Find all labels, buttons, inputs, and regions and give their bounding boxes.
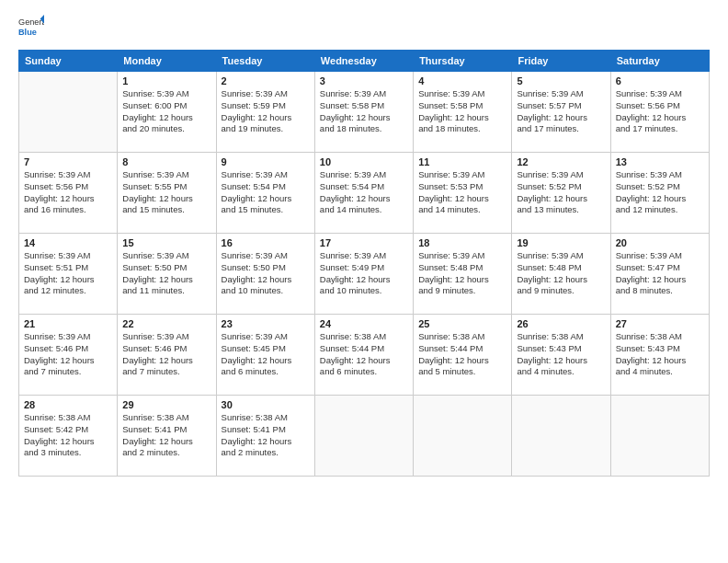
day-cell-28: 28Sunrise: 5:38 AMSunset: 5:42 PMDayligh… bbox=[19, 396, 118, 477]
day-info: Sunrise: 5:39 AMSunset: 5:58 PMDaylight:… bbox=[418, 88, 506, 135]
day-cell-23: 23Sunrise: 5:39 AMSunset: 5:45 PMDayligh… bbox=[216, 315, 314, 396]
day-cell-2: 2Sunrise: 5:39 AMSunset: 5:59 PMDaylight… bbox=[216, 72, 314, 153]
day-cell-12: 12Sunrise: 5:39 AMSunset: 5:52 PMDayligh… bbox=[512, 153, 610, 234]
day-info: Sunrise: 5:38 AMSunset: 5:43 PMDaylight:… bbox=[517, 331, 605, 378]
day-number: 5 bbox=[517, 75, 605, 86]
day-info: Sunrise: 5:39 AMSunset: 5:47 PMDaylight:… bbox=[616, 250, 704, 297]
day-cell-20: 20Sunrise: 5:39 AMSunset: 5:47 PMDayligh… bbox=[610, 234, 709, 315]
day-cell-30: 30Sunrise: 5:38 AMSunset: 5:41 PMDayligh… bbox=[216, 396, 314, 477]
day-number: 16 bbox=[222, 237, 310, 248]
day-cell-27: 27Sunrise: 5:38 AMSunset: 5:43 PMDayligh… bbox=[610, 315, 709, 396]
day-number: 7 bbox=[24, 156, 112, 167]
day-cell-17: 17Sunrise: 5:39 AMSunset: 5:49 PMDayligh… bbox=[314, 234, 413, 315]
empty-cell bbox=[19, 72, 118, 153]
day-cell-4: 4Sunrise: 5:39 AMSunset: 5:58 PMDaylight… bbox=[414, 72, 512, 153]
day-info: Sunrise: 5:39 AMSunset: 5:46 PMDaylight:… bbox=[24, 331, 112, 378]
day-cell-11: 11Sunrise: 5:39 AMSunset: 5:53 PMDayligh… bbox=[414, 153, 512, 234]
day-number: 6 bbox=[616, 75, 704, 86]
day-cell-8: 8Sunrise: 5:39 AMSunset: 5:55 PMDaylight… bbox=[118, 153, 216, 234]
day-info: Sunrise: 5:39 AMSunset: 5:46 PMDaylight:… bbox=[122, 331, 210, 378]
header-monday: Monday bbox=[118, 51, 216, 72]
day-info: Sunrise: 5:39 AMSunset: 5:56 PMDaylight:… bbox=[616, 88, 704, 135]
day-info: Sunrise: 5:38 AMSunset: 5:41 PMDaylight:… bbox=[222, 412, 310, 459]
empty-cell bbox=[512, 396, 610, 477]
day-number: 13 bbox=[616, 156, 704, 167]
day-info: Sunrise: 5:39 AMSunset: 5:48 PMDaylight:… bbox=[517, 250, 605, 297]
day-info: Sunrise: 5:39 AMSunset: 5:52 PMDaylight:… bbox=[616, 169, 704, 216]
day-number: 28 bbox=[24, 399, 112, 410]
day-info: Sunrise: 5:39 AMSunset: 5:55 PMDaylight:… bbox=[122, 169, 210, 216]
day-cell-19: 19Sunrise: 5:39 AMSunset: 5:48 PMDayligh… bbox=[512, 234, 610, 315]
day-info: Sunrise: 5:39 AMSunset: 5:54 PMDaylight:… bbox=[320, 169, 408, 216]
day-info: Sunrise: 5:39 AMSunset: 5:54 PMDaylight:… bbox=[222, 169, 310, 216]
day-number: 9 bbox=[222, 156, 310, 167]
day-info: Sunrise: 5:39 AMSunset: 6:00 PMDaylight:… bbox=[122, 88, 210, 135]
day-info: Sunrise: 5:39 AMSunset: 5:51 PMDaylight:… bbox=[24, 250, 112, 297]
day-number: 8 bbox=[122, 156, 210, 167]
week-row-5: 28Sunrise: 5:38 AMSunset: 5:42 PMDayligh… bbox=[19, 396, 710, 477]
day-info: Sunrise: 5:39 AMSunset: 5:56 PMDaylight:… bbox=[24, 169, 112, 216]
day-cell-24: 24Sunrise: 5:38 AMSunset: 5:44 PMDayligh… bbox=[314, 315, 413, 396]
header-wednesday: Wednesday bbox=[314, 51, 413, 72]
day-number: 25 bbox=[418, 318, 506, 329]
day-info: Sunrise: 5:39 AMSunset: 5:58 PMDaylight:… bbox=[320, 88, 408, 135]
header-friday: Friday bbox=[512, 51, 610, 72]
day-info: Sunrise: 5:39 AMSunset: 5:59 PMDaylight:… bbox=[222, 88, 310, 135]
day-cell-3: 3Sunrise: 5:39 AMSunset: 5:58 PMDaylight… bbox=[314, 72, 413, 153]
day-number: 23 bbox=[222, 318, 310, 329]
day-info: Sunrise: 5:39 AMSunset: 5:45 PMDaylight:… bbox=[222, 331, 310, 378]
week-row-1: 1Sunrise: 5:39 AMSunset: 6:00 PMDaylight… bbox=[19, 72, 710, 153]
day-cell-5: 5Sunrise: 5:39 AMSunset: 5:57 PMDaylight… bbox=[512, 72, 610, 153]
day-cell-25: 25Sunrise: 5:38 AMSunset: 5:44 PMDayligh… bbox=[414, 315, 512, 396]
empty-cell bbox=[414, 396, 512, 477]
day-cell-1: 1Sunrise: 5:39 AMSunset: 6:00 PMDaylight… bbox=[118, 72, 216, 153]
day-info: Sunrise: 5:39 AMSunset: 5:50 PMDaylight:… bbox=[222, 250, 310, 297]
day-number: 17 bbox=[320, 237, 408, 248]
day-info: Sunrise: 5:38 AMSunset: 5:43 PMDaylight:… bbox=[616, 331, 704, 378]
day-cell-7: 7Sunrise: 5:39 AMSunset: 5:56 PMDaylight… bbox=[19, 153, 118, 234]
day-cell-9: 9Sunrise: 5:39 AMSunset: 5:54 PMDaylight… bbox=[216, 153, 314, 234]
logo: General Blue bbox=[18, 15, 44, 40]
day-number: 21 bbox=[24, 318, 112, 329]
header-sunday: Sunday bbox=[19, 51, 118, 72]
day-cell-6: 6Sunrise: 5:39 AMSunset: 5:56 PMDaylight… bbox=[610, 72, 709, 153]
day-number: 19 bbox=[517, 237, 605, 248]
day-number: 26 bbox=[517, 318, 605, 329]
day-number: 3 bbox=[320, 75, 408, 86]
header-saturday: Saturday bbox=[610, 51, 709, 72]
day-cell-13: 13Sunrise: 5:39 AMSunset: 5:52 PMDayligh… bbox=[610, 153, 709, 234]
day-info: Sunrise: 5:38 AMSunset: 5:42 PMDaylight:… bbox=[24, 412, 112, 459]
day-number: 14 bbox=[24, 237, 112, 248]
day-info: Sunrise: 5:38 AMSunset: 5:44 PMDaylight:… bbox=[418, 331, 506, 378]
day-number: 4 bbox=[418, 75, 506, 86]
day-number: 2 bbox=[222, 75, 310, 86]
empty-cell bbox=[314, 396, 413, 477]
empty-cell bbox=[610, 396, 709, 477]
day-cell-22: 22Sunrise: 5:39 AMSunset: 5:46 PMDayligh… bbox=[118, 315, 216, 396]
day-number: 15 bbox=[122, 237, 210, 248]
header-tuesday: Tuesday bbox=[216, 51, 314, 72]
day-number: 29 bbox=[122, 399, 210, 410]
day-cell-29: 29Sunrise: 5:38 AMSunset: 5:41 PMDayligh… bbox=[118, 396, 216, 477]
svg-text:General: General bbox=[18, 17, 44, 27]
day-number: 22 bbox=[122, 318, 210, 329]
day-number: 24 bbox=[320, 318, 408, 329]
day-number: 30 bbox=[222, 399, 310, 410]
day-info: Sunrise: 5:38 AMSunset: 5:41 PMDaylight:… bbox=[122, 412, 210, 459]
day-info: Sunrise: 5:39 AMSunset: 5:53 PMDaylight:… bbox=[418, 169, 506, 216]
day-number: 10 bbox=[320, 156, 408, 167]
day-cell-21: 21Sunrise: 5:39 AMSunset: 5:46 PMDayligh… bbox=[19, 315, 118, 396]
day-info: Sunrise: 5:39 AMSunset: 5:57 PMDaylight:… bbox=[517, 88, 605, 135]
day-info: Sunrise: 5:39 AMSunset: 5:48 PMDaylight:… bbox=[418, 250, 506, 297]
week-row-2: 7Sunrise: 5:39 AMSunset: 5:56 PMDaylight… bbox=[19, 153, 710, 234]
day-number: 11 bbox=[418, 156, 506, 167]
day-number: 1 bbox=[122, 75, 210, 86]
logo-icon: General Blue bbox=[18, 15, 44, 40]
day-cell-18: 18Sunrise: 5:39 AMSunset: 5:48 PMDayligh… bbox=[414, 234, 512, 315]
day-cell-15: 15Sunrise: 5:39 AMSunset: 5:50 PMDayligh… bbox=[118, 234, 216, 315]
day-info: Sunrise: 5:38 AMSunset: 5:44 PMDaylight:… bbox=[320, 331, 408, 378]
day-info: Sunrise: 5:39 AMSunset: 5:49 PMDaylight:… bbox=[320, 250, 408, 297]
day-info: Sunrise: 5:39 AMSunset: 5:50 PMDaylight:… bbox=[122, 250, 210, 297]
week-row-3: 14Sunrise: 5:39 AMSunset: 5:51 PMDayligh… bbox=[19, 234, 710, 315]
calendar-table: SundayMondayTuesdayWednesdayThursdayFrid… bbox=[18, 50, 710, 477]
